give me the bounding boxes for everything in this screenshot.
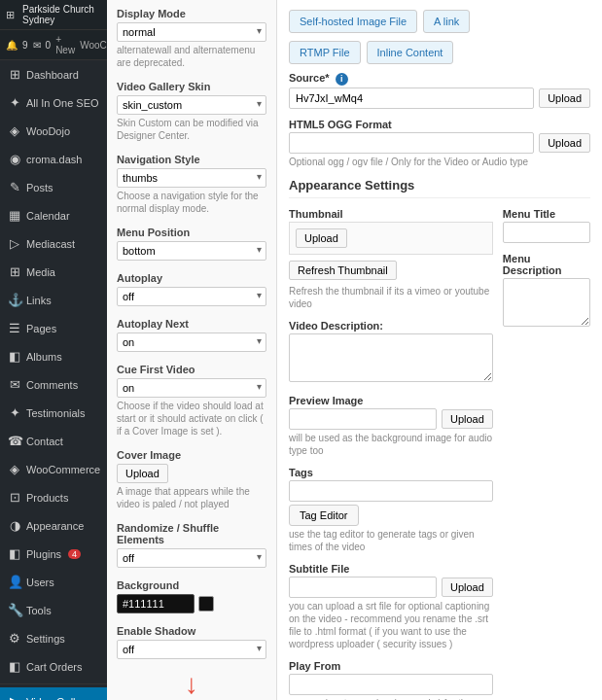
refresh-thumbnail-button[interactable]: Refresh Thumbnail bbox=[289, 261, 397, 280]
sidebar-item-appearance[interactable]: ◑ Appearance bbox=[0, 511, 107, 540]
enable-shadow-group: Enable Shadow offon bbox=[117, 625, 266, 659]
sidebar-item-all-in-one-seo[interactable]: ✦ All In One SEO bbox=[0, 88, 107, 117]
cover-image-upload-button[interactable]: Upload bbox=[117, 464, 168, 483]
sidebar-item-testimonials[interactable]: ✦ Testimonials bbox=[0, 399, 107, 427]
sidebar-item-video-gallery[interactable]: ▶ Video Gallery bbox=[0, 687, 107, 700]
subtitle-input[interactable] bbox=[289, 577, 437, 598]
a-link-button[interactable]: A link bbox=[423, 10, 470, 33]
sidebar-item-label: Video Gallery bbox=[26, 696, 90, 701]
right-col: Menu Title Menu Description bbox=[503, 208, 590, 700]
sidebar-item-posts[interactable]: ✎ Posts bbox=[0, 173, 107, 201]
autoplay-label: Autoplay bbox=[117, 272, 266, 284]
seo-icon: ✦ bbox=[8, 95, 21, 110]
woo-icon: ◈ bbox=[8, 462, 21, 476]
sidebar-item-cart-orders[interactable]: ◧ Cart Orders bbox=[0, 652, 107, 681]
sidebar-item-comments[interactable]: ✉ Comments bbox=[0, 370, 107, 399]
enable-shadow-select[interactable]: offon bbox=[117, 640, 266, 659]
tag-editor-button[interactable]: Tag Editor bbox=[289, 505, 359, 526]
display-mode-select-wrap[interactable]: normalfullscreenwidget bbox=[117, 22, 266, 42]
preview-image-row: Preview Image Upload will be used as the… bbox=[289, 395, 493, 457]
thumbnail-upload-button[interactable]: Upload bbox=[296, 228, 347, 248]
autoplay-next-select[interactable]: onoff bbox=[117, 332, 266, 352]
sidebar-item-pages[interactable]: ☰ Pages bbox=[0, 314, 107, 342]
background-label: Background bbox=[117, 579, 266, 591]
source-info-icon[interactable]: i bbox=[336, 73, 348, 86]
sidebar-item-dashboard[interactable]: ⊞ Dashboard bbox=[0, 60, 107, 88]
background-color-input[interactable]: #111111 bbox=[117, 594, 195, 613]
self-hosted-button[interactable]: Self-hosted Image File bbox=[289, 10, 417, 33]
autoplay-select-wrap[interactable]: offon bbox=[117, 287, 266, 306]
preview-image-label: Preview Image bbox=[289, 395, 493, 406]
gallery-skin-label: Video Gallery Skin bbox=[117, 81, 266, 92]
video-desc-input[interactable] bbox=[289, 333, 493, 382]
sidebar-item-label: Calendar bbox=[26, 210, 70, 222]
source-upload-button[interactable]: Upload bbox=[539, 88, 590, 108]
rtmp-button[interactable]: RTMP File bbox=[289, 41, 361, 64]
menu-title-input[interactable] bbox=[503, 222, 590, 243]
sidebar-item-plugins[interactable]: ◧ Plugins 4 bbox=[0, 540, 107, 568]
preview-image-input[interactable] bbox=[289, 408, 437, 430]
sidebar-item-label: Media bbox=[26, 266, 55, 278]
source-input[interactable]: Hv7JxI_wMq4 bbox=[289, 88, 534, 109]
sidebar-item-label: WooCommerce bbox=[26, 464, 100, 475]
sidebar-item-users[interactable]: 👤 Users bbox=[0, 568, 107, 596]
updates-count[interactable]: 9 bbox=[22, 40, 28, 51]
site-name[interactable]: Parkside Church Sydney bbox=[22, 4, 101, 25]
cue-first-select-wrap[interactable]: onoff bbox=[117, 378, 266, 398]
gallery-skin-select-wrap[interactable]: skin_customskin_lightskin_dark bbox=[117, 95, 266, 115]
nav-style-group: Navigation Style thumbslistnone Choose a… bbox=[117, 154, 266, 215]
play-from-input[interactable] bbox=[289, 674, 493, 695]
sidebar-item-croma[interactable]: ◉ croma.dash bbox=[0, 145, 107, 173]
tags-input[interactable] bbox=[289, 480, 493, 502]
autoplay-select[interactable]: offon bbox=[117, 287, 266, 306]
sidebar-item-media[interactable]: ⊞ Media bbox=[0, 258, 107, 286]
sidebar-item-contact[interactable]: ☎ Contact bbox=[0, 427, 107, 455]
sidebar-item-albums[interactable]: ◧ Albums bbox=[0, 342, 107, 370]
background-color-swatch[interactable] bbox=[198, 596, 214, 612]
thumbnail-label: Thumbnail bbox=[289, 208, 493, 220]
enable-shadow-select-wrap[interactable]: offon bbox=[117, 640, 266, 659]
menu-desc-input[interactable] bbox=[503, 278, 590, 327]
display-mode-label: Display Mode bbox=[117, 8, 266, 19]
menu-position-select-wrap[interactable]: bottomtopleftright bbox=[117, 241, 266, 261]
sidebar-item-label: Albums bbox=[26, 351, 62, 363]
sidebar-item-label: Settings bbox=[26, 633, 65, 645]
sidebar-item-mediacast[interactable]: ▷ Mediacast bbox=[0, 229, 107, 258]
dashboard-icon: ⊞ bbox=[8, 67, 21, 82]
enable-shadow-label: Enable Shadow bbox=[117, 625, 266, 637]
cue-first-group: Cue First Video onoff Choose if the vide… bbox=[117, 364, 266, 438]
html5-upload-button[interactable]: Upload bbox=[539, 133, 590, 153]
play-from-row: Play From you can input a number ( secon… bbox=[289, 660, 493, 700]
subtitle-upload-button[interactable]: Upload bbox=[442, 578, 493, 597]
cue-first-select[interactable]: onoff bbox=[117, 378, 266, 398]
users-icon: 👤 bbox=[8, 575, 21, 589]
background-color-field: #111111 bbox=[117, 594, 266, 613]
nav-style-select[interactable]: thumbslistnone bbox=[117, 168, 266, 188]
html5-note: Optional ogg / ogv file / Only for the V… bbox=[289, 156, 590, 168]
menu-position-select[interactable]: bottomtopleftright bbox=[117, 241, 266, 261]
inline-content-button[interactable]: Inline Content bbox=[367, 41, 454, 64]
sidebar-item-woodojo[interactable]: ◈ WooDojo bbox=[0, 117, 107, 145]
html5-ogg-input[interactable] bbox=[289, 132, 534, 154]
sidebar-item-settings[interactable]: ⚙ Settings bbox=[0, 624, 107, 652]
sidebar-item-links[interactable]: ⚓ Links bbox=[0, 286, 107, 314]
sidebar-item-calendar[interactable]: ▦ Calendar bbox=[0, 201, 107, 229]
comments-count[interactable]: 0 bbox=[46, 40, 52, 51]
pages-icon: ☰ bbox=[8, 321, 21, 335]
sidebar-item-label: Tools bbox=[26, 605, 52, 616]
autoplay-next-select-wrap[interactable]: onoff bbox=[117, 332, 266, 352]
gallery-skin-select[interactable]: skin_customskin_lightskin_dark bbox=[117, 95, 266, 115]
cue-first-note: Choose if the video should load at start… bbox=[117, 400, 266, 438]
menu-position-group: Menu Position bottomtopleftright bbox=[117, 227, 266, 261]
sidebar-item-woocommerce[interactable]: ◈ WooCommerce bbox=[0, 455, 107, 483]
nav-style-select-wrap[interactable]: thumbslistnone bbox=[117, 168, 266, 188]
new-link[interactable]: + New bbox=[55, 34, 75, 55]
sidebar-item-tools[interactable]: 🔧 Tools bbox=[0, 596, 107, 624]
display-mode-select[interactable]: normalfullscreenwidget bbox=[117, 22, 266, 42]
preview-upload-button[interactable]: Upload bbox=[442, 409, 493, 429]
subtitle-file-label: Subtitle File bbox=[289, 563, 493, 575]
sidebar-item-products[interactable]: ⊡ Products bbox=[0, 483, 107, 511]
randomize-select[interactable]: offon bbox=[117, 548, 266, 568]
background-group: Background #111111 bbox=[117, 579, 266, 613]
randomize-select-wrap[interactable]: offon bbox=[117, 548, 266, 568]
